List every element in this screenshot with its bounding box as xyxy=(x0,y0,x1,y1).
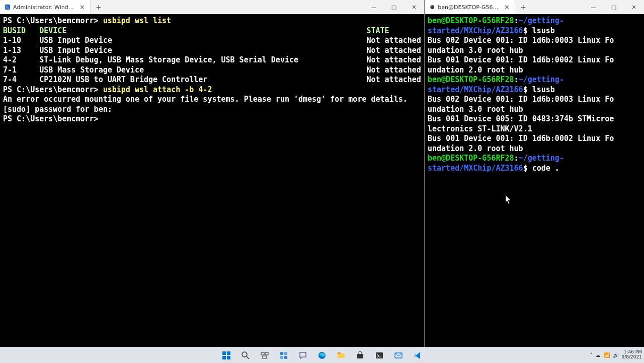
close-button-left[interactable]: ✕ xyxy=(404,0,424,14)
linux-icon xyxy=(430,4,435,11)
svg-rect-4 xyxy=(222,351,226,355)
svg-rect-11 xyxy=(263,356,267,358)
maximize-button-right[interactable]: ▢ xyxy=(604,0,624,14)
volume-icon[interactable]: 🔊 xyxy=(613,352,619,358)
svg-rect-14 xyxy=(280,356,283,359)
tab-close-icon[interactable]: ✕ xyxy=(79,4,85,11)
maximize-button-left[interactable]: ▢ xyxy=(384,0,404,14)
powershell-window: Administrator: Windows PowerS ✕ + — ▢ ✕ … xyxy=(0,0,424,363)
wifi-icon[interactable]: 📶 xyxy=(604,352,610,358)
new-tab-button-right[interactable]: + xyxy=(515,3,531,11)
svg-point-8 xyxy=(242,352,247,357)
svg-point-3 xyxy=(433,7,433,7)
window-controls-right: — ▢ ✕ xyxy=(584,0,644,14)
window-controls-left: — ▢ ✕ xyxy=(364,0,424,14)
minimize-button-left[interactable]: — xyxy=(364,0,384,14)
svg-rect-7 xyxy=(227,356,230,359)
mail-icon[interactable] xyxy=(391,349,406,362)
svg-rect-12 xyxy=(280,352,283,355)
svg-rect-19 xyxy=(357,354,363,358)
svg-point-1 xyxy=(430,5,434,9)
terminal-left[interactable]: PS C:\Users\bemcmorr> usbipd wsl list BU… xyxy=(0,14,424,363)
task-view-icon[interactable] xyxy=(257,349,272,362)
system-tray[interactable]: ˄ ☁ 📶 🔊 1:46 PM 9/8/2021 xyxy=(590,347,642,363)
taskbar-center xyxy=(219,349,425,362)
svg-rect-9 xyxy=(261,352,264,355)
tab-bar-right: ben@DESKTOP-G56RF28: ~/ge ✕ + xyxy=(425,0,584,14)
svg-rect-15 xyxy=(284,356,287,359)
start-button[interactable] xyxy=(219,349,234,362)
tab-wsl[interactable]: ben@DESKTOP-G56RF28: ~/ge ✕ xyxy=(425,0,515,14)
explorer-icon[interactable] xyxy=(334,349,349,362)
minimize-button-right[interactable]: — xyxy=(584,0,604,14)
close-button-right[interactable]: ✕ xyxy=(624,0,644,14)
tab-title-right: ben@DESKTOP-G56RF28: ~/ge xyxy=(438,4,501,11)
tab-close-icon-right[interactable]: ✕ xyxy=(504,4,510,11)
svg-rect-18 xyxy=(338,352,341,354)
tab-bar-left: Administrator: Windows PowerS ✕ + xyxy=(0,0,364,14)
taskbar[interactable]: ˄ ☁ 📶 🔊 1:46 PM 9/8/2021 xyxy=(0,347,644,363)
edge-icon[interactable] xyxy=(314,349,330,362)
titlebar-right[interactable]: ben@DESKTOP-G56RF28: ~/ge ✕ + — ▢ ✕ xyxy=(425,0,644,14)
svg-rect-13 xyxy=(284,352,287,355)
powershell-icon xyxy=(5,4,10,11)
svg-rect-21 xyxy=(395,353,402,358)
tab-title-left: Administrator: Windows PowerS xyxy=(13,4,76,11)
chat-icon[interactable] xyxy=(295,349,310,362)
onedrive-icon[interactable]: ☁ xyxy=(596,352,601,358)
tray-chevron-icon[interactable]: ˄ xyxy=(590,352,593,358)
terminal-icon[interactable] xyxy=(372,349,387,362)
svg-point-2 xyxy=(431,7,432,7)
svg-rect-17 xyxy=(338,353,345,358)
new-tab-button-left[interactable]: + xyxy=(91,3,107,11)
svg-rect-20 xyxy=(376,352,383,358)
search-icon[interactable] xyxy=(238,349,253,362)
wsl-window: ben@DESKTOP-G56RF28: ~/ge ✕ + — ▢ ✕ ben@… xyxy=(424,0,644,363)
svg-rect-5 xyxy=(227,351,230,355)
store-icon[interactable] xyxy=(353,349,368,362)
widgets-icon[interactable] xyxy=(276,349,291,362)
titlebar-left[interactable]: Administrator: Windows PowerS ✕ + — ▢ ✕ xyxy=(0,0,424,14)
tray-date: 9/8/2021 xyxy=(622,355,642,360)
desktop: Administrator: Windows PowerS ✕ + — ▢ ✕ … xyxy=(0,0,644,363)
svg-rect-6 xyxy=(222,356,226,359)
vscode-icon[interactable] xyxy=(410,349,425,362)
terminal-right[interactable]: ben@DESKTOP-G56RF28:~/getting-started/MX… xyxy=(425,14,644,363)
svg-rect-10 xyxy=(265,352,268,355)
clock[interactable]: 1:46 PM 9/8/2021 xyxy=(622,350,642,360)
tab-powershell[interactable]: Administrator: Windows PowerS ✕ xyxy=(0,0,91,14)
